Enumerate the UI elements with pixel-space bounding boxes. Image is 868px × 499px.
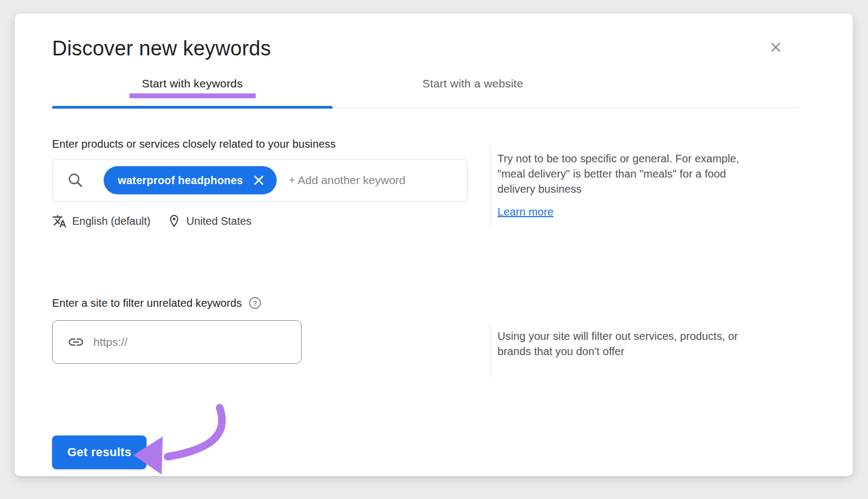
keywords-tip-text: Try not to be too specific or general. F… xyxy=(497,153,739,195)
site-url-input-box[interactable] xyxy=(52,320,302,364)
site-tip: Using your site will filter out services… xyxy=(497,329,769,359)
discover-new-keywords-dialog: Discover new keywords Start with keyword… xyxy=(15,14,853,476)
close-button[interactable] xyxy=(766,37,786,57)
location-value: United States xyxy=(187,215,252,228)
tab-label: Start with a website xyxy=(422,77,523,108)
vertical-divider xyxy=(490,146,490,226)
location-pin-icon xyxy=(167,214,181,228)
keywords-section-label: Enter products or services closely relat… xyxy=(52,138,336,150)
get-results-button[interactable]: Get results xyxy=(52,435,146,469)
add-keyword-input[interactable] xyxy=(289,174,467,187)
tab-label: Start with keywords xyxy=(142,77,243,108)
learn-more-link[interactable]: Learn more xyxy=(497,204,553,219)
chip-close-icon xyxy=(252,174,265,187)
vertical-divider xyxy=(490,325,490,377)
site-url-input[interactable] xyxy=(93,336,301,349)
translate-icon xyxy=(52,214,67,229)
keyword-chip-label: waterproof headphones xyxy=(118,174,243,187)
keywords-tip: Try not to be too specific or general. F… xyxy=(497,151,765,219)
svg-text:?: ? xyxy=(253,299,257,307)
annotation-highlight-bar xyxy=(129,93,256,98)
tab-start-with-website[interactable]: Start with a website xyxy=(333,66,613,108)
location-selector[interactable]: United States xyxy=(167,214,252,228)
link-icon xyxy=(67,333,85,351)
keywords-input-box[interactable]: waterproof headphones xyxy=(52,159,468,201)
tab-start-with-keywords[interactable]: Start with keywords xyxy=(52,66,333,108)
site-section-label-row: Enter a site to filter unrelated keyword… xyxy=(52,296,261,309)
keyword-chip[interactable]: waterproof headphones xyxy=(104,166,277,194)
close-icon xyxy=(768,39,784,55)
targeting-row: English (default) United States xyxy=(52,212,252,230)
dialog-title: Discover new keywords xyxy=(52,37,271,60)
tab-bar: Start with keywords Start with a website xyxy=(52,66,799,108)
search-icon xyxy=(67,172,84,189)
language-value: English (default) xyxy=(72,215,151,228)
language-selector[interactable]: English (default) xyxy=(52,214,151,229)
remove-keyword-button[interactable] xyxy=(252,173,266,187)
site-section-label: Enter a site to filter unrelated keyword… xyxy=(52,297,242,309)
active-tab-indicator xyxy=(52,106,333,109)
site-tip-text: Using your site will filter out services… xyxy=(497,330,738,357)
help-icon[interactable]: ? xyxy=(248,296,261,309)
